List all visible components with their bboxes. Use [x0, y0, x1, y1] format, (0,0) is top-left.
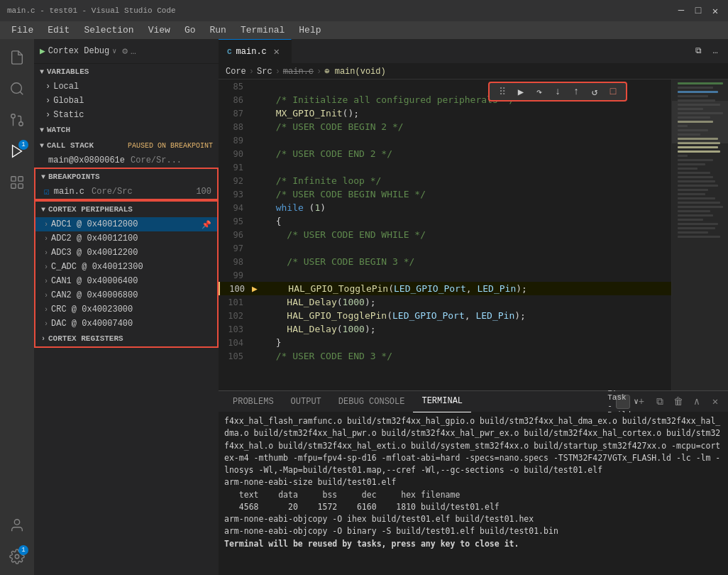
menu-terminal[interactable]: Terminal — [235, 23, 290, 37]
line-number: 94 — [219, 203, 250, 213]
static-item[interactable]: › Static — [34, 108, 219, 122]
callstack-header[interactable]: ▼ CALL STACK PAUSED ON BREAKPOINT — [34, 138, 219, 153]
menu-selection[interactable]: Selection — [78, 23, 139, 37]
code-line-94[interactable]: 94 while (1) — [219, 201, 671, 214]
code-line-97[interactable]: 97 — [219, 241, 671, 255]
local-chevron: › — [45, 82, 50, 92]
callstack-item[interactable]: main@0x0800061e Core/Sr... — [34, 153, 219, 168]
tab-output[interactable]: OUTPUT — [282, 391, 330, 412]
code-line-103[interactable]: 103 HAL_Delay(1000); — [219, 322, 671, 336]
run-icon: ▶ — [40, 45, 45, 57]
breadcrumb-file[interactable]: main.c — [283, 67, 314, 77]
activity-accounts[interactable] — [4, 513, 30, 538]
menu-go[interactable]: Go — [179, 23, 202, 37]
debug-continue-button[interactable]: ▶ — [514, 84, 528, 99]
local-item[interactable]: › Local — [34, 80, 219, 94]
split-editor-icon[interactable]: ⧉ — [691, 44, 705, 58]
code-line-99[interactable]: 99 — [219, 268, 671, 282]
cortex-adc3[interactable]: › ADC3 @ 0x40012200 — [35, 246, 217, 260]
split-terminal-icon[interactable]: ⧉ — [653, 395, 667, 409]
breadcrumb-src[interactable]: Src — [257, 67, 272, 77]
cortex-adc2[interactable]: › ADC2 @ 0x40012100 — [35, 231, 217, 246]
menu-run[interactable]: Run — [204, 23, 231, 37]
cortex-adc1[interactable]: › ADC1 @ 0x40012000 📌 — [35, 217, 217, 231]
callstack-section: ▼ CALL STACK PAUSED ON BREAKPOINT main@0… — [34, 138, 219, 168]
maximize-button[interactable]: □ — [693, 5, 704, 16]
debug-step-into-button[interactable]: ↓ — [551, 84, 565, 99]
code-line-104[interactable]: 104 } — [219, 336, 671, 349]
code-line-101[interactable]: 101 HAL_Delay(1000); — [219, 295, 671, 309]
cortex-can1[interactable]: › CAN1 @ 0x40006400 — [35, 274, 217, 288]
debug-dropdown-chevron[interactable]: ∨ — [112, 47, 116, 55]
sidebar-scroll[interactable]: ▼ VARIABLES › Local › Global › Static — [34, 64, 219, 575]
line-number: 90 — [219, 149, 250, 159]
settings-badge: 1 — [18, 545, 28, 555]
debug-settings-icon[interactable]: ⚙ — [122, 45, 128, 57]
debug-more-icon[interactable]: … — [131, 46, 136, 57]
cortex-crc[interactable]: › CRC @ 0x40023000 — [35, 302, 217, 317]
tab-terminal[interactable]: TERMINAL — [413, 391, 471, 412]
code-line-105[interactable]: 105 /* USER CODE END 3 */ — [219, 349, 671, 363]
menu-edit[interactable]: Edit — [42, 23, 75, 37]
panel-close-icon[interactable]: ✕ — [708, 395, 722, 409]
debug-step-over-button[interactable]: ↷ — [532, 84, 546, 99]
svg-point-3 — [11, 114, 16, 119]
cortex-can2[interactable]: › CAN2 @ 0x40006800 — [35, 288, 217, 302]
minimap[interactable] — [671, 80, 728, 390]
code-line-96[interactable]: 96 /* USER CODE END WHILE */ — [219, 228, 671, 241]
breadcrumb-core[interactable]: Core — [226, 67, 246, 77]
cortex-cadc[interactable]: › C_ADC @ 0x40012300 — [35, 260, 217, 274]
tab-main-c[interactable]: C main.c ✕ — [219, 39, 292, 64]
code-line-102[interactable]: 102 HAL_GPIO_TogglePin(LED_GPIO_Port, LE… — [219, 309, 671, 322]
more-actions-icon[interactable]: … — [708, 44, 722, 58]
task-selector[interactable]: 1: Task - Build ∨ — [616, 395, 630, 409]
cortex-dac[interactable]: › DAC @ 0x40007400 — [35, 317, 217, 331]
code-line-91[interactable]: 91 — [219, 160, 671, 174]
debug-restart-button[interactable]: ↺ — [588, 84, 602, 99]
code-line-100[interactable]: 100▶ HAL_GPIO_TogglePin(LED_GPIO_Port, L… — [219, 282, 671, 295]
code-line-88[interactable]: 88 /* USER CODE BEGIN 2 */ — [219, 120, 671, 133]
menu-help[interactable]: Help — [293, 23, 326, 37]
activity-files[interactable] — [4, 45, 30, 70]
menu-file[interactable]: File — [6, 23, 39, 37]
menu-view[interactable]: View — [143, 23, 176, 37]
line-number: 102 — [219, 311, 250, 321]
debug-drag-handle[interactable]: ⠿ — [495, 84, 509, 99]
adc2-chevron: › — [44, 235, 48, 243]
terminal-content[interactable]: f4xx_hal_flash_ramfunc.o build/stm32f4xx… — [219, 412, 728, 575]
line-code: while (1) — [262, 202, 326, 213]
code-line-87[interactable]: 87 MX_GPIO_Init(); — [219, 106, 671, 120]
kill-terminal-icon[interactable]: 🗑 — [671, 395, 685, 409]
tab-problems[interactable]: PROBLEMS — [224, 391, 282, 412]
cortex-header[interactable]: ▼ CORTEX PERIPHERALS — [35, 202, 217, 217]
cortex-registers-header[interactable]: › CORTEX REGISTERS — [35, 331, 217, 346]
minimize-button[interactable]: ─ — [675, 5, 687, 16]
breakpoint-item[interactable]: ☑ main.c Core/Src 100 — [35, 185, 217, 199]
activity-search[interactable] — [4, 76, 30, 102]
code-line-98[interactable]: 98 /* USER CODE BEGIN 3 */ — [219, 255, 671, 268]
global-item[interactable]: › Global — [34, 94, 219, 108]
tab-close-icon[interactable]: ✕ — [271, 46, 282, 58]
debug-stop-button[interactable]: □ — [606, 84, 620, 99]
code-line-92[interactable]: 92 /* Infinite loop */ — [219, 174, 671, 187]
code-line-93[interactable]: 93 /* USER CODE BEGIN WHILE */ — [219, 187, 671, 201]
line-number: 98 — [219, 257, 250, 267]
breadcrumb-func[interactable]: ⊕ main(void) — [324, 66, 385, 77]
line-code: HAL_GPIO_TogglePin(LED_GPIO_Port, LED_Pi… — [263, 283, 527, 294]
close-button[interactable]: ✕ — [710, 5, 721, 16]
debug-step-out-button[interactable]: ↑ — [569, 84, 583, 99]
code-line-95[interactable]: 95 { — [219, 214, 671, 228]
global-chevron: › — [45, 96, 50, 106]
panel-collapse-icon[interactable]: ∧ — [690, 395, 704, 409]
watch-header[interactable]: ▼ WATCH — [34, 122, 219, 138]
activity-debug[interactable]: 1 — [4, 138, 30, 164]
new-terminal-icon[interactable]: + — [634, 395, 649, 409]
activity-source-control[interactable] — [4, 107, 30, 133]
code-line-90[interactable]: 90 /* USER CODE END 2 */ — [219, 147, 671, 160]
activity-settings[interactable]: 1 — [4, 544, 30, 569]
code-line-89[interactable]: 89 — [219, 133, 671, 147]
breakpoints-header[interactable]: ▼ BREAKPOINTS — [35, 169, 217, 185]
variables-header[interactable]: ▼ VARIABLES — [34, 64, 219, 80]
activity-extensions[interactable] — [4, 170, 30, 195]
tab-debug-console[interactable]: DEBUG CONSOLE — [330, 391, 414, 412]
